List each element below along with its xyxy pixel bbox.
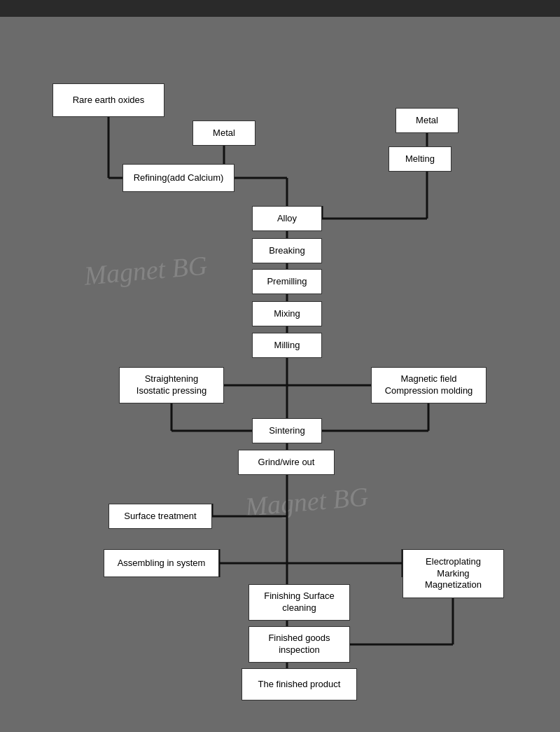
breaking-box: Breaking bbox=[252, 238, 322, 263]
diagram-area: Magnet BG Magnet BG bbox=[0, 17, 560, 710]
mixing-box: Mixing bbox=[252, 301, 322, 326]
refining-box: Refining(add Calcium) bbox=[122, 164, 234, 192]
magnetic-box: Magnetic field Compression molding bbox=[371, 367, 486, 403]
assembling-box: Assembling in system bbox=[104, 549, 219, 577]
watermark-2: Magnet BG bbox=[244, 481, 369, 522]
header bbox=[0, 0, 560, 17]
premilling-box: Premilling bbox=[252, 269, 322, 294]
surface-treatment-box: Surface treatment bbox=[108, 504, 212, 529]
finished-product-box: The finished product bbox=[241, 668, 357, 700]
alloy-box: Alloy bbox=[252, 206, 322, 231]
straightening-box: Straightening Isostatic pressing bbox=[119, 367, 224, 403]
sintering-box: Sintering bbox=[252, 418, 322, 443]
melting-box: Melting bbox=[388, 146, 451, 172]
inspection-box: Finished goods inspection bbox=[248, 626, 350, 663]
grind-box: Grind/wire out bbox=[238, 450, 335, 475]
finishing-box: Finishing Surface cleaning bbox=[248, 584, 350, 621]
metal-right-box: Metal bbox=[396, 108, 458, 133]
watermark-1: Magnet BG bbox=[83, 249, 208, 291]
milling-box: Milling bbox=[252, 333, 322, 358]
rare-earth-box: Rare earth oxides bbox=[52, 83, 164, 117]
metal-left-box: Metal bbox=[192, 120, 255, 146]
electroplating-box: Electroplating Marking Magnetization bbox=[402, 549, 504, 598]
